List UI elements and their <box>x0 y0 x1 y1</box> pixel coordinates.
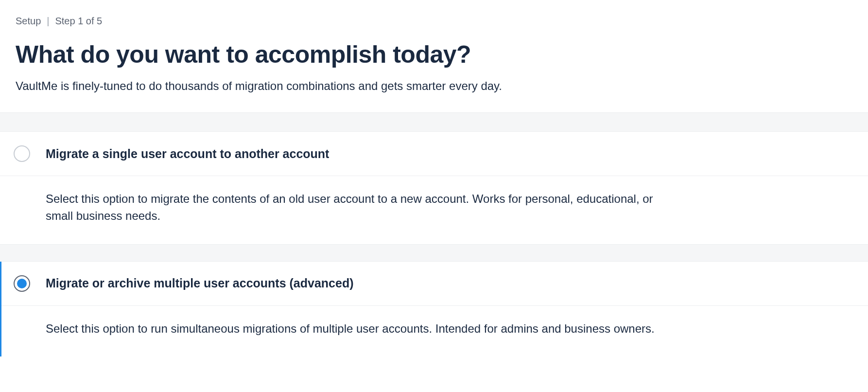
option-multiple-users-description: Select this option to run simultaneous m… <box>1 306 721 357</box>
page-title: What do you want to accomplish today? <box>16 40 852 69</box>
option-single-user-description: Select this option to migrate the conten… <box>0 176 719 244</box>
option-multiple-users: Migrate or archive multiple user account… <box>0 262 868 357</box>
page-subtitle: VaultMe is finely-tuned to do thousands … <box>16 79 852 93</box>
option-multiple-users-label: Migrate or archive multiple user account… <box>46 276 354 290</box>
breadcrumb-section: Setup <box>16 16 41 27</box>
option-single-user: Migrate a single user account to another… <box>0 132 868 244</box>
breadcrumb: Setup | Step 1 of 5 <box>16 16 852 27</box>
radio-unselected-icon[interactable] <box>14 145 30 162</box>
option-multiple-users-row[interactable]: Migrate or archive multiple user account… <box>1 262 868 306</box>
option-single-user-label: Migrate a single user account to another… <box>46 147 329 161</box>
option-group: Migrate a single user account to another… <box>0 132 868 356</box>
divider-band <box>0 112 868 132</box>
radio-selected-icon[interactable] <box>14 275 30 292</box>
breadcrumb-separator: | <box>47 16 49 27</box>
radio-dot-icon <box>17 279 27 288</box>
option-single-user-row[interactable]: Migrate a single user account to another… <box>0 132 868 176</box>
breadcrumb-step: Step 1 of 5 <box>55 16 102 27</box>
divider-band <box>0 244 868 262</box>
page-header: Setup | Step 1 of 5 What do you want to … <box>0 0 868 112</box>
